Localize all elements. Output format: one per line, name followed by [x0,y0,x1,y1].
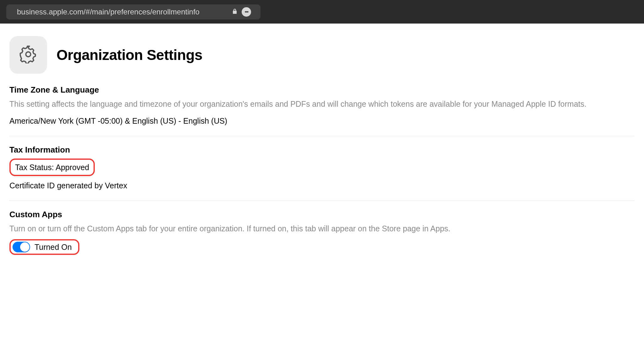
gear-icon [19,45,37,65]
url-text: business.apple.com/#/main/preferences/en… [17,8,230,16]
tax-certificate-value: Certificate ID generated by Vertex [9,179,635,192]
tax-status-highlight: Tax Status: Approved [9,159,95,176]
page-header: Organization Settings [9,36,635,74]
custom-apps-toggle-label: Turned On [35,243,72,252]
custom-apps-section: Custom Apps Turn on or turn off the Cust… [9,210,635,264]
tax-information-section: Tax Information Tax Status: Approved Cer… [9,145,635,201]
more-options-button[interactable]: ••• [242,7,251,17]
tax-status-value: Tax Status: Approved [15,163,89,172]
tax-heading: Tax Information [9,145,635,155]
custom-apps-description: Turn on or turn off the Custom Apps tab … [9,223,635,234]
page-title: Organization Settings [56,46,202,63]
svg-point-0 [26,52,30,56]
page-content: Organization Settings Time Zone & Langua… [0,24,644,285]
timezone-value: America/New York (GMT -05:00) & English … [9,115,635,127]
toggle-knob-icon [20,242,30,252]
ellipsis-icon: ••• [245,9,248,15]
custom-apps-toggle[interactable] [13,242,30,252]
custom-apps-toggle-highlight: Turned On [9,239,79,255]
custom-apps-heading: Custom Apps [9,210,635,219]
timezone-description: This setting affects the language and ti… [9,99,635,110]
settings-icon-box [9,36,47,74]
timezone-heading: Time Zone & Language [9,85,635,95]
lock-icon [232,8,237,15]
url-field-container[interactable]: business.apple.com/#/main/preferences/en… [6,4,260,19]
timezone-language-section: Time Zone & Language This setting affect… [9,85,635,136]
browser-address-bar: business.apple.com/#/main/preferences/en… [0,0,644,24]
